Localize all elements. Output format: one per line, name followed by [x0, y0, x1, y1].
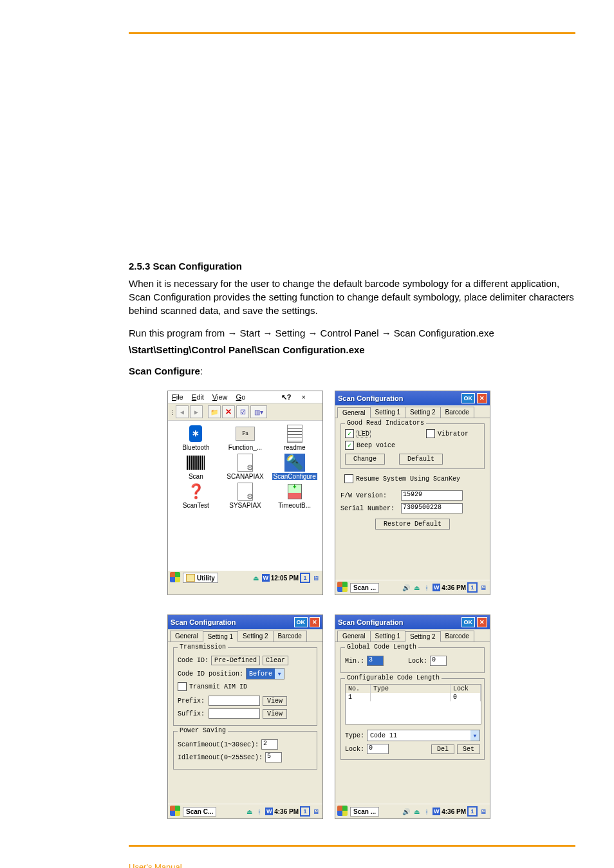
item-timeoutb[interactable]: TimeoutB...	[270, 483, 319, 509]
taskbar-button[interactable]: Utility	[183, 573, 218, 583]
close-button[interactable]: ✕	[477, 393, 487, 403]
default-button[interactable]: Default	[399, 454, 443, 465]
idle-timeout-input[interactable]: 5	[265, 752, 282, 762]
menu-edit[interactable]: Edit	[192, 393, 204, 401]
code-length-table: No. Type Lock 1 0	[345, 684, 481, 725]
tab-setting2[interactable]: Setting 2	[237, 631, 273, 642]
view-prefix-button[interactable]: View	[263, 696, 287, 706]
fwd-button[interactable]: ►	[190, 405, 203, 418]
tabs: General Setting 1 Setting 2 Barcode	[335, 405, 490, 418]
tray-1-icon[interactable]: 1	[467, 582, 478, 593]
item-function[interactable]: FnFunction_...	[221, 425, 270, 451]
menu-view[interactable]: View	[212, 393, 228, 401]
type-dropdown[interactable]: Code 11▼	[367, 730, 480, 741]
views-button[interactable]: ▥▾	[250, 405, 267, 418]
tab-general[interactable]: General	[170, 631, 203, 642]
tab-setting1[interactable]: Setting 1	[370, 631, 405, 642]
indicators-legend: Good Read Indicators	[345, 420, 426, 427]
ok-button[interactable]: OK	[461, 617, 476, 627]
chk-led[interactable]: ✓LED	[345, 429, 371, 438]
toolbar: ⋮ ◄ ► 📁 ✕ ☑ ▥▾	[168, 403, 322, 421]
section-title: Scan Configuration	[153, 261, 242, 272]
power-legend: Power Saving	[178, 727, 228, 734]
tray-desktop-icon[interactable]: 🖥	[479, 583, 488, 592]
chk-resume[interactable]: Resume System Using ScanKey	[344, 474, 460, 483]
scan-config-setting1-window: Scan ConfigurationOK✕ General Setting 1 …	[167, 614, 323, 819]
restore-default-button[interactable]: Restore Default	[375, 519, 450, 530]
fw-value: 15929	[401, 490, 463, 501]
tray-vol-icon[interactable]: 🔊	[402, 583, 411, 592]
del-button[interactable]: Del	[431, 744, 454, 754]
ok-button[interactable]: OK	[461, 393, 476, 403]
item-scantest[interactable]: ❓ScanTest	[172, 483, 220, 509]
tab-setting2[interactable]: Setting 2	[405, 407, 440, 418]
global-legend: Global Code Length	[345, 643, 418, 651]
item-scanapiax[interactable]: SCANAPIAX	[221, 454, 270, 480]
item-bluetooth[interactable]: ∗Bluetooth	[172, 425, 220, 451]
taskbar-button[interactable]: Scan C...	[183, 807, 216, 817]
tray-remove-icon[interactable]: ⏏	[412, 583, 421, 592]
item-scanconfigure[interactable]: 🔦ScanConfigure	[270, 454, 319, 480]
lock-input[interactable]: 0	[430, 656, 447, 666]
min-input[interactable]: 3	[367, 656, 384, 666]
menubar: File Edit View Go ↖? ×	[168, 391, 322, 403]
up-button[interactable]: 📁	[208, 405, 221, 418]
taskbar-time: 4:36 PM	[442, 584, 466, 591]
tab-barcode[interactable]: Barcode	[440, 631, 474, 642]
clear-button[interactable]: Clear	[263, 656, 288, 665]
tab-barcode[interactable]: Barcode	[273, 631, 307, 642]
scan-timeout-input[interactable]: 2	[261, 739, 278, 750]
change-button[interactable]: Change	[345, 454, 385, 465]
tray-w-icon[interactable]: W	[262, 574, 270, 582]
tray-w-icon[interactable]: W	[433, 584, 440, 591]
lock2-input[interactable]: 0	[367, 744, 389, 754]
close-button[interactable]: ✕	[310, 617, 320, 627]
tab-setting1[interactable]: Setting 1	[370, 407, 405, 418]
chk-beep[interactable]: ✓Beep voice	[345, 441, 395, 450]
explorer-window: File Edit View Go ↖? × ⋮ ◄ ► 📁 ✕ ☑ ▥▾	[167, 391, 323, 595]
close-button[interactable]: ✕	[477, 617, 487, 627]
transmission-legend: Transmission	[178, 643, 228, 651]
taskbar-button[interactable]: Scan ...	[350, 807, 379, 817]
codeid-pos-dropdown[interactable]: Before▼	[246, 668, 284, 679]
chk-vibrator[interactable]: Vibrator	[426, 429, 469, 438]
props-button[interactable]: ☑	[236, 405, 249, 418]
item-scan[interactable]: Scan	[172, 454, 220, 480]
menu-file[interactable]: File	[172, 393, 183, 401]
back-button[interactable]: ◄	[176, 405, 189, 418]
tab-setting2[interactable]: Setting 2	[405, 631, 440, 642]
start-button[interactable]	[170, 806, 181, 817]
tab-general[interactable]: General	[337, 407, 371, 418]
tab-barcode[interactable]: Barcode	[440, 407, 474, 418]
menu-go[interactable]: Go	[236, 393, 246, 401]
tab-setting1[interactable]: Setting 1	[203, 631, 238, 642]
delete-button[interactable]: ✕	[222, 405, 235, 418]
section-number: 2.5.3	[129, 261, 150, 272]
sn-label: Serial Number:	[340, 505, 398, 512]
close-icon[interactable]: ×	[302, 393, 306, 402]
prefix-input[interactable]	[209, 696, 260, 706]
tray-remove-icon[interactable]: ⏏	[252, 573, 261, 582]
help-cursor-icon[interactable]: ↖?	[281, 393, 292, 402]
tray-1-icon[interactable]: 1	[300, 573, 310, 583]
view-suffix-button[interactable]: View	[263, 709, 287, 719]
taskbar-button[interactable]: Scan ...	[350, 583, 379, 593]
table-row[interactable]: 1 0	[346, 693, 481, 701]
conf-legend: Configurable Code Length	[345, 674, 442, 681]
chk-aim[interactable]: Transmit AIM ID	[178, 682, 247, 691]
tray-desktop-icon[interactable]: 🖥	[312, 573, 321, 582]
item-sysapiax[interactable]: SYSAPIAX	[221, 483, 270, 509]
suffix-input[interactable]	[209, 708, 260, 719]
item-readme[interactable]: readme	[270, 425, 319, 451]
start-button[interactable]	[170, 572, 181, 584]
tray-bt-icon[interactable]: ᚼ	[422, 583, 431, 592]
taskbar: Scan ... 🔊 ⏏ ᚼ W 4:36 PM 1 🖥	[335, 580, 490, 595]
set-button[interactable]: Set	[457, 744, 480, 754]
predefined-button[interactable]: Pre-Defined	[211, 656, 260, 665]
start-button[interactable]	[337, 806, 349, 817]
start-button[interactable]	[337, 582, 349, 593]
ok-button[interactable]: OK	[294, 617, 308, 627]
fw-label: F/W Version:	[340, 492, 398, 499]
tab-general[interactable]: General	[337, 631, 371, 642]
folder-area: ∗Bluetooth FnFunction_... readme Scan SC…	[168, 421, 322, 570]
